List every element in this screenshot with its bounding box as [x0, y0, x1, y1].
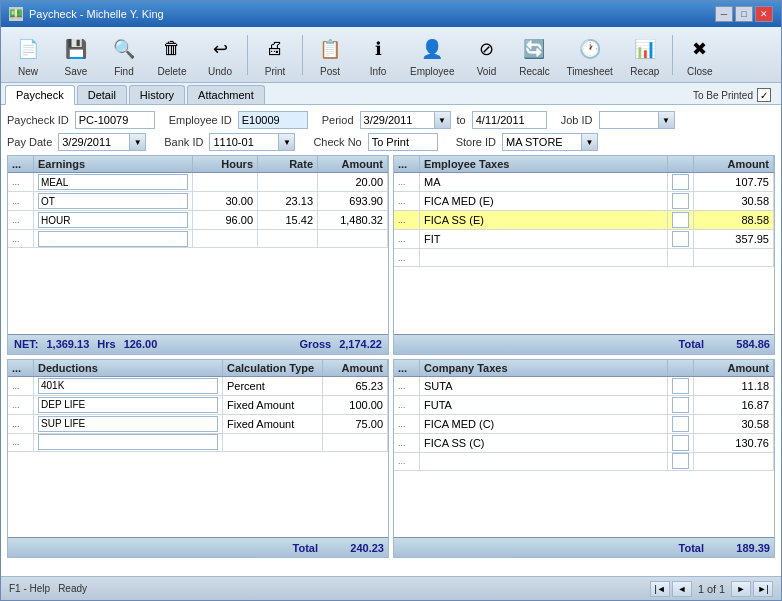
- pay-date-dropdown[interactable]: ▼: [130, 133, 146, 151]
- to-be-printed-checkbox[interactable]: ✓: [757, 88, 771, 102]
- minimize-button[interactable]: ─: [715, 6, 733, 22]
- comp-suta-select[interactable]: [672, 378, 689, 394]
- period-from-dropdown[interactable]: ▼: [435, 111, 451, 129]
- employee-button[interactable]: 👤 Employee: [403, 29, 461, 81]
- nav-next-button[interactable]: ►: [731, 581, 751, 597]
- comp-suta-dots[interactable]: ...: [394, 377, 420, 395]
- post-button[interactable]: 📋 Post: [307, 29, 353, 81]
- close-toolbar-button[interactable]: ✖ Close: [677, 29, 723, 81]
- earnings-row-ot-hours: 30.00: [193, 192, 258, 210]
- void-label: Void: [477, 66, 496, 77]
- hrs-value: 126.00: [124, 338, 158, 350]
- nav-prev-button[interactable]: ◄: [672, 581, 692, 597]
- earnings-row-hour-rate: 15.42: [258, 211, 318, 229]
- print-button[interactable]: 🖨 Print: [252, 29, 298, 81]
- earnings-add-select[interactable]: [38, 231, 188, 247]
- emp-fit-select[interactable]: [672, 231, 689, 247]
- emp-ficamed-dots[interactable]: ...: [394, 192, 420, 210]
- earnings-row-ot-dots[interactable]: ...: [8, 192, 34, 210]
- earnings-row-hour-dots[interactable]: ...: [8, 211, 34, 229]
- emp-ma-dots[interactable]: ...: [394, 173, 420, 191]
- comp-total-label: Total: [679, 542, 704, 554]
- emp-col-amount: Amount: [694, 156, 774, 172]
- ded-add-row[interactable]: ...: [8, 434, 388, 452]
- nav-first-button[interactable]: |◄: [650, 581, 670, 597]
- comp-futa-dots[interactable]: ...: [394, 396, 420, 414]
- ded-add-dots[interactable]: ...: [8, 434, 34, 451]
- tab-paycheck[interactable]: Paycheck: [5, 85, 75, 105]
- comp-ficassc-select[interactable]: [672, 435, 689, 451]
- find-button[interactable]: 🔍 Find: [101, 29, 147, 81]
- emp-ficass-select[interactable]: [672, 212, 689, 228]
- pay-date-label: Pay Date: [7, 136, 52, 148]
- comp-footer: Total 189.39: [394, 537, 774, 557]
- earnings-row-meal-dots[interactable]: ...: [8, 173, 34, 191]
- earnings-hour-select[interactable]: HOUR: [38, 212, 188, 228]
- comp-add-row[interactable]: ...: [394, 453, 774, 471]
- earnings-meal-select[interactable]: MEAL: [38, 174, 188, 190]
- emp-add-row[interactable]: ...: [394, 249, 774, 267]
- comp-ficassc-dots[interactable]: ...: [394, 434, 420, 452]
- emp-ma-select[interactable]: [672, 174, 689, 190]
- pay-date-input[interactable]: [58, 133, 130, 151]
- store-id-input[interactable]: [502, 133, 582, 151]
- maximize-button[interactable]: □: [735, 6, 753, 22]
- close-button[interactable]: ✕: [755, 6, 773, 22]
- ded-suplife-code: SUP LIFE: [34, 415, 223, 433]
- net-value: 1,369.13: [46, 338, 89, 350]
- emp-ficass-dots[interactable]: ...: [394, 211, 420, 229]
- employee-id-input[interactable]: [238, 111, 308, 129]
- timesheet-button[interactable]: 🕐 Timesheet: [559, 29, 619, 81]
- period-from-input[interactable]: [360, 111, 435, 129]
- job-id-input[interactable]: [599, 111, 659, 129]
- comp-futa-select[interactable]: [672, 397, 689, 413]
- job-id-dropdown[interactable]: ▼: [659, 111, 675, 129]
- bank-id-label: Bank ID: [164, 136, 203, 148]
- close-toolbar-icon: ✖: [684, 33, 716, 65]
- earnings-row-hour-code: HOUR: [34, 211, 193, 229]
- emp-add-dots[interactable]: ...: [394, 249, 420, 266]
- ded-401k-dots[interactable]: ...: [8, 377, 34, 395]
- bank-id-dropdown[interactable]: ▼: [279, 133, 295, 151]
- ded-suplife-dots[interactable]: ...: [8, 415, 34, 433]
- earnings-col-rate: Rate: [258, 156, 318, 172]
- ded-deplife-select[interactable]: DEP LIFE: [38, 397, 218, 413]
- ded-total-value: 240.23: [324, 542, 384, 554]
- comp-suta-sel: [668, 377, 694, 395]
- ded-add-select[interactable]: [38, 434, 218, 450]
- recap-button[interactable]: 📊 Recap: [622, 29, 668, 81]
- period-label: Period: [322, 114, 354, 126]
- undo-icon: ↩: [204, 33, 236, 65]
- emp-ficamed-select[interactable]: [672, 193, 689, 209]
- info-button[interactable]: ℹ Info: [355, 29, 401, 81]
- comp-add-dots[interactable]: ...: [394, 453, 420, 470]
- earnings-ot-select[interactable]: OT: [38, 193, 188, 209]
- comp-add-select[interactable]: [672, 453, 689, 469]
- comp-ficamedc-select[interactable]: [672, 416, 689, 432]
- recalc-button[interactable]: 🔄 Recalc: [511, 29, 557, 81]
- tab-detail[interactable]: Detail: [77, 85, 127, 104]
- emp-fit-dots[interactable]: ...: [394, 230, 420, 248]
- store-id-dropdown[interactable]: ▼: [582, 133, 598, 151]
- save-button[interactable]: 💾 Save: [53, 29, 99, 81]
- tab-attachment[interactable]: Attachment: [187, 85, 265, 104]
- employee-id-label: Employee ID: [169, 114, 232, 126]
- ded-suplife-select[interactable]: SUP LIFE: [38, 416, 218, 432]
- check-no-input[interactable]: [368, 133, 438, 151]
- comp-suta-code: SUTA: [420, 377, 668, 395]
- bank-id-input[interactable]: [209, 133, 279, 151]
- delete-button[interactable]: 🗑 Delete: [149, 29, 195, 81]
- earnings-add-dots[interactable]: ...: [8, 230, 34, 247]
- comp-ficamedc-dots[interactable]: ...: [394, 415, 420, 433]
- period-to-input[interactable]: [472, 111, 547, 129]
- nav-last-button[interactable]: ►|: [753, 581, 773, 597]
- tab-history[interactable]: History: [129, 85, 185, 104]
- paycheck-id-input[interactable]: [75, 111, 155, 129]
- undo-button[interactable]: ↩ Undo: [197, 29, 243, 81]
- ded-deplife-dots[interactable]: ...: [8, 396, 34, 414]
- new-button[interactable]: 📄 New: [5, 29, 51, 81]
- ded-401k-select[interactable]: 401K: [38, 378, 218, 394]
- void-button[interactable]: ⊘ Void: [463, 29, 509, 81]
- check-no-label: Check No: [313, 136, 361, 148]
- earnings-add-row[interactable]: ...: [8, 230, 388, 248]
